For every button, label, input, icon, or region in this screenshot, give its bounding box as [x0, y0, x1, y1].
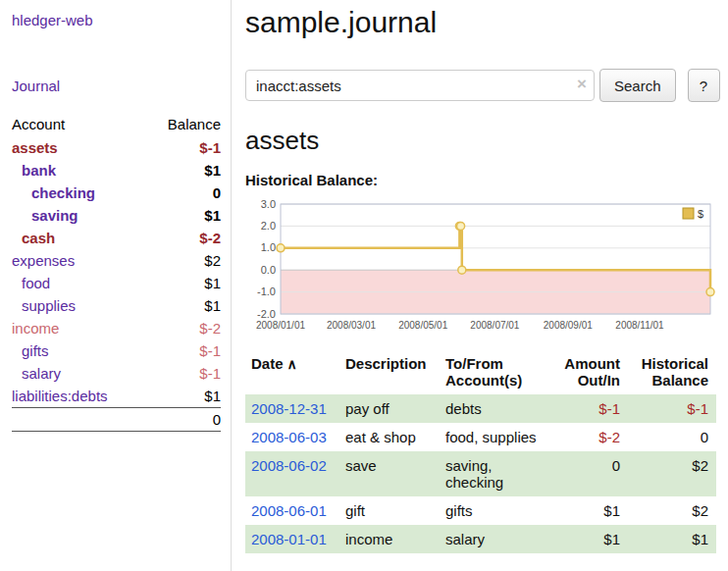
account-link[interactable]: liabilities:debts [12, 388, 108, 404]
help-button[interactable]: ? [688, 69, 720, 102]
account-row: checking0 [12, 182, 221, 204]
account-balance: $-1 [146, 339, 221, 362]
account-balance: $-2 [146, 227, 221, 249]
register-table: Date ∧DescriptionTo/From Account(s)Amoun… [245, 353, 716, 553]
y-tick-label: 1.0 [261, 241, 276, 253]
page-title: sample.journal [245, 6, 720, 39]
transaction-date-link[interactable]: 2008-06-01 [251, 502, 327, 519]
accounts-total-value: 0 [146, 408, 221, 432]
register-header-label: Amount Out/In [564, 355, 620, 389]
account-link[interactable]: expenses [12, 252, 75, 269]
account-balance: $1 [146, 294, 221, 317]
x-tick-label: 2008/09/01 [544, 320, 593, 331]
register-header-amount: Amount Out/In [549, 353, 628, 394]
data-point-marker [458, 266, 466, 274]
journal-link[interactable]: Journal [12, 78, 60, 94]
register-header-label: Date [251, 355, 284, 372]
account-link[interactable]: supplies [22, 297, 76, 314]
data-point-marker [277, 244, 285, 252]
register-header-label: Description [345, 355, 427, 372]
account-link[interactable]: checking [31, 184, 95, 201]
cell-balance: $-1 [628, 394, 716, 423]
account-row: cash$-2 [12, 227, 221, 249]
account-row: salary$-1 [12, 362, 221, 385]
data-point-marker [706, 288, 714, 296]
x-tick-label: 2008/01/01 [256, 320, 305, 331]
y-tick-label: 3.0 [261, 198, 276, 210]
accounts-total-spacer [12, 408, 146, 432]
register-row: 2008-01-01incomesalary$1$1 [245, 525, 716, 553]
register-row: 2008-06-02savesaving, checking0$2 [245, 451, 716, 496]
transaction-date-link[interactable]: 2008-12-31 [251, 400, 327, 417]
cell-balance: 0 [628, 423, 716, 451]
x-tick-label: 2008/03/01 [327, 320, 376, 331]
account-link[interactable]: saving [31, 207, 78, 224]
cell-description: eat & shop [339, 423, 440, 451]
account-balance: $1 [146, 385, 221, 408]
register-header-historical: Historical Balance [628, 353, 716, 394]
cell-description: save [339, 451, 440, 496]
cell-accounts: saving, checking [440, 451, 549, 496]
cell-balance: $2 [628, 451, 716, 496]
transaction-date-link[interactable]: 2008-06-02 [251, 457, 327, 474]
transaction-date-link[interactable]: 2008-06-03 [251, 429, 327, 445]
x-tick-label: 2008/11/01 [615, 320, 664, 331]
cell-amount: $1 [549, 525, 628, 553]
account-link[interactable]: gifts [22, 342, 49, 359]
clear-search-icon[interactable]: × [577, 76, 587, 92]
chart-title: Historical Balance: [245, 172, 720, 188]
accounts-header-account: Account [12, 112, 146, 136]
main-content: sample.journal × Search ? assets Histori… [232, 0, 728, 571]
accounts-total-row: 0 [12, 408, 221, 432]
register-header-label: To/From Account(s) [445, 355, 522, 389]
account-balance: $-1 [146, 136, 221, 159]
account-balance: $-1 [146, 362, 221, 385]
account-balance: 0 [146, 182, 221, 204]
cell-amount: $1 [549, 496, 628, 525]
x-tick-label: 2008/05/01 [398, 320, 447, 331]
transaction-date-link[interactable]: 2008-01-01 [251, 531, 327, 547]
register-header-date[interactable]: Date ∧ [245, 353, 339, 394]
y-tick-label: -2.0 [257, 308, 276, 320]
register-header-label: Historical Balance [642, 355, 708, 389]
account-heading: assets [245, 126, 720, 156]
account-link[interactable]: assets [12, 139, 58, 156]
account-row: food$1 [12, 272, 221, 294]
account-balance: $-2 [146, 317, 221, 339]
account-row: expenses$2 [12, 249, 221, 272]
account-link[interactable]: income [12, 320, 59, 337]
account-link[interactable]: salary [22, 365, 61, 382]
account-link[interactable]: cash [22, 230, 55, 246]
cell-date: 2008-12-31 [245, 394, 339, 423]
cell-accounts: debts [440, 394, 549, 423]
account-link[interactable]: bank [22, 162, 56, 179]
cell-amount: $-1 [549, 394, 628, 423]
account-row: bank$1 [12, 159, 221, 182]
register-row: 2008-06-03eat & shopfood, supplies$-20 [245, 423, 716, 451]
data-point-marker [457, 222, 465, 230]
account-balance: $2 [146, 249, 221, 272]
cell-date: 2008-06-03 [245, 423, 339, 451]
y-tick-label: 2.0 [261, 220, 276, 232]
accounts-header-row: Account Balance [12, 112, 221, 136]
cell-accounts: salary [440, 525, 549, 553]
account-row: assets$-1 [12, 136, 221, 159]
cell-description: pay off [339, 394, 440, 423]
cell-date: 2008-06-02 [245, 451, 339, 496]
cell-description: gift [339, 496, 440, 525]
x-tick-label: 2008/07/01 [470, 320, 519, 331]
journal-nav: Journal [12, 78, 221, 94]
account-link[interactable]: food [22, 275, 50, 291]
search-input[interactable] [245, 70, 595, 101]
account-balance: $1 [146, 204, 221, 227]
accounts-header-balance: Balance [146, 112, 221, 136]
register-header-description: Description [339, 353, 440, 394]
cell-amount: 0 [549, 451, 628, 496]
cell-date: 2008-01-01 [245, 525, 339, 553]
search-button[interactable]: Search [599, 69, 676, 102]
account-row: gifts$-1 [12, 339, 221, 362]
accounts-table: Account Balance assets$-1bank$1checking0… [12, 112, 221, 432]
y-tick-label: 0.0 [261, 264, 276, 276]
app-home-link[interactable]: hledger-web [12, 12, 93, 28]
historical-balance-chart: 3.02.01.00.0-1.0-2.02008/01/012008/03/01… [245, 194, 718, 341]
